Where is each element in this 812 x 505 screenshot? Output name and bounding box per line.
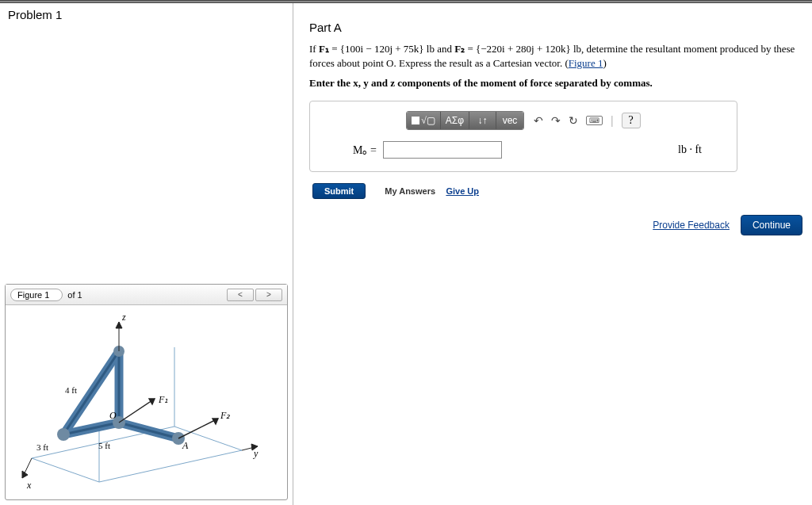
- redo-icon[interactable]: ↷: [551, 114, 561, 127]
- svg-line-12: [119, 399, 155, 423]
- figure-panel: Figure 1 of 1 < >: [5, 284, 288, 500]
- svg-line-14: [178, 419, 218, 438]
- figure-link[interactable]: Figure 1: [569, 57, 603, 69]
- svg-text:z: z: [121, 312, 126, 323]
- svg-text:x: x: [26, 480, 32, 491]
- figure-select[interactable]: Figure 1: [10, 289, 63, 301]
- equation-toolbar: √▢ ΑΣφ ↓↑ vec ↶ ↷ ↻ ⌨ | ?: [321, 111, 726, 130]
- reset-icon[interactable]: ↻: [569, 114, 578, 127]
- give-up-link[interactable]: Give Up: [446, 186, 479, 196]
- keyboard-icon[interactable]: ⌨: [586, 116, 603, 125]
- answer-units: lb · ft: [678, 143, 726, 156]
- help-button[interactable]: ?: [622, 113, 641, 128]
- continue-button[interactable]: Continue: [741, 215, 802, 235]
- provide-feedback-link[interactable]: Provide Feedback: [653, 220, 730, 231]
- my-answers-label: My Answers: [385, 186, 435, 196]
- question-prompt: If F₁ = {100i − 120j + 75k} lb and F₂ = …: [309, 42, 801, 71]
- submit-button[interactable]: Submit: [312, 183, 366, 199]
- svg-text:5 ft: 5 ft: [98, 441, 110, 450]
- svg-text:y: y: [253, 448, 259, 459]
- svg-text:4 ft: 4 ft: [65, 385, 77, 395]
- answer-box: √▢ ΑΣφ ↓↑ vec ↶ ↷ ↻ ⌨ | ? Mₒ = lb · ft: [309, 101, 737, 172]
- template-button[interactable]: √▢: [407, 112, 441, 129]
- svg-marker-17: [116, 322, 122, 328]
- answer-input[interactable]: [383, 141, 502, 159]
- problem-title: Problem 1: [0, 3, 293, 26]
- part-title: Part A: [309, 21, 802, 34]
- undo-icon[interactable]: ↶: [534, 114, 543, 127]
- greek-button[interactable]: ΑΣφ: [441, 112, 469, 129]
- figure-image: z y x O A F₁ F₂ 4 ft 5 ft 3 ft: [6, 305, 287, 499]
- svg-text:3 ft: 3 ft: [36, 442, 48, 452]
- svg-point-8: [57, 428, 70, 441]
- figure-next-button[interactable]: >: [255, 289, 282, 301]
- input-instruction: Enter the x, y and z components of the m…: [309, 77, 802, 90]
- subscript-button[interactable]: ↓↑: [469, 112, 496, 129]
- svg-line-7: [119, 423, 178, 438]
- figure-toolbar: Figure 1 of 1 < >: [6, 285, 287, 305]
- svg-text:F₂: F₂: [220, 410, 231, 421]
- figure-count: of 1: [67, 290, 82, 300]
- svg-text:O: O: [109, 410, 117, 421]
- svg-text:A: A: [182, 440, 189, 451]
- svg-text:F₁: F₁: [158, 394, 168, 405]
- figure-prev-button[interactable]: <: [227, 289, 254, 301]
- answer-lhs: Mₒ =: [353, 143, 377, 157]
- vec-button[interactable]: vec: [496, 112, 523, 129]
